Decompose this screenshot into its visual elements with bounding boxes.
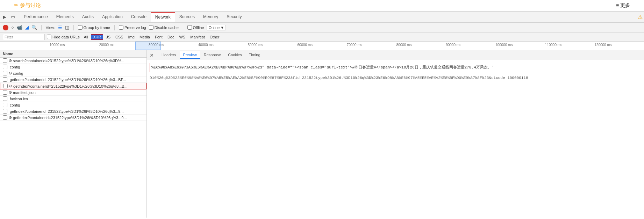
request-item[interactable]: config [0,102,146,108]
request-item[interactable]: ⊙search?containerid=231522type%3D1%26t%3… [0,58,146,64]
request-name: getIndex?containerid=231522type%3D1%26t%… [13,84,128,88]
main-content: Name ⊙search?containerid=231522type%3D1%… [0,50,644,218]
sep1 [41,25,42,30]
detail-tab-headers[interactable]: Headers [158,51,180,59]
devtools-icons: ▶ ▭ [1,14,16,20]
timeline-highlight [135,42,161,50]
request-checkbox[interactable] [3,77,7,82]
camera-icon[interactable]: 📹 [17,25,22,30]
request-item[interactable]: favicon.ico [0,96,146,102]
search-icon[interactable]: 🔍 [31,25,37,30]
detail-tab-timing[interactable]: Timing [245,51,264,59]
filter-type-js[interactable]: JS [104,34,113,40]
request-item[interactable]: config [0,64,146,70]
response-line-1: %E6%98%A8%E6%97%A5%E5%AE%A2%E8%BF%90%E9%… [150,63,641,72]
filter-type-img[interactable]: Img [126,34,137,40]
tab-network[interactable]: Network [151,12,175,22]
tab-application[interactable]: Application [98,12,127,22]
group-by-frame-input[interactable] [78,25,83,30]
request-checkbox[interactable] [3,115,7,120]
timeline-tick-5: 60000 ms [297,43,313,47]
disable-cache-checkbox[interactable]: Disable cache [149,25,179,30]
filter-type-all[interactable]: All [82,34,90,40]
inspect-icon[interactable]: ▶ [1,14,8,20]
tab-items-container: PerformanceElementsAuditsApplicationCons… [20,12,246,22]
tab-memory[interactable]: Memory [199,12,222,22]
request-checkbox[interactable] [3,109,7,114]
tab-audits[interactable]: Audits [78,12,98,22]
timeline-tick-4: 50000 ms [248,43,263,47]
request-item[interactable]: ⊙getIndex?containerid=231522type%3D1%26t… [0,83,146,89]
request-checkbox[interactable] [3,90,7,95]
view-list-icon[interactable]: ☰ [58,25,62,30]
network-toolbar: ○ 📹 ◢ 🔍 View: ☰ ◫ Group by frame Preserv… [0,23,644,32]
page-more[interactable]: ≡ 更多 [616,2,630,9]
sep3 [114,25,115,30]
timeline-tick-7: 80000 ms [396,43,412,47]
timeline-tick-3: 40000 ms [198,43,214,47]
tab-security[interactable]: Security [222,12,246,22]
filter-type-manifest[interactable]: Manifest [188,34,207,40]
request-type-icon: ⊙ [9,58,12,63]
filter-icon[interactable]: ◢ [25,25,29,30]
request-name: search?containerid=231522type%3D1%26t%3D… [13,59,124,63]
detail-tabs-container: HeadersPreviewResponseCookiesTiming [158,51,264,59]
request-checkbox[interactable] [3,65,7,69]
filter-type-media[interactable]: Media [137,34,152,40]
detail-tab-cookies[interactable]: Cookies [224,51,245,59]
filter-type-ws[interactable]: WS [177,34,187,40]
page-title: ✏ 参与讨论 [14,2,41,9]
request-item[interactable]: getIndex?containerid=231522type%3D1%26t%… [0,108,146,115]
group-by-frame-checkbox[interactable]: Group by frame [78,25,110,30]
preserve-log-checkbox[interactable]: Preserve log [119,25,146,30]
filter-bar: Hide data URLs AllXHRJSCSSImgMediaFontDo… [0,32,644,42]
detail-tab-preview[interactable]: Preview [180,51,200,59]
preserve-log-input[interactable] [119,25,123,30]
request-name: getIndex?containerid=231522type%3D1%26t%… [10,78,126,82]
filter-type-other[interactable]: Other [208,34,222,40]
hide-data-urls-input[interactable] [47,35,51,39]
filter-type-font[interactable]: Font [153,34,165,40]
request-checkbox[interactable] [3,71,7,75]
filter-type-doc[interactable]: Doc [165,34,177,40]
filter-type-xhr[interactable]: XHR [91,34,103,40]
request-name: config [13,71,23,75]
online-label: Online [208,25,220,30]
tab-elements[interactable]: Elements [52,12,78,22]
request-checkbox[interactable] [3,103,7,107]
detail-tab-response[interactable]: Response [200,51,225,59]
tab-performance[interactable]: Performance [20,12,52,22]
request-name: config [10,65,20,69]
view-frames-icon[interactable]: ◫ [65,25,69,30]
request-item[interactable]: ⊙config [0,70,146,76]
request-item[interactable]: getIndex?containerid=231522type%3D1%26t%… [0,76,146,83]
filter-type-css[interactable]: CSS [113,34,126,40]
offline-label: Offline [193,25,204,30]
timeline: 10000 ms20000 ms30000 ms40000 ms50000 ms… [0,42,644,50]
request-item[interactable]: ⊙manifest.json [0,89,146,96]
stop-icon[interactable]: ○ [11,25,14,30]
request-checkbox[interactable] [3,96,7,101]
request-checkbox[interactable] [3,58,7,63]
response-line-2: D10%26q%3D%23%E6%98%A8%E6%97%A5%E5%AE%A2… [150,74,641,82]
online-dropdown[interactable]: Online ▼ [207,25,226,30]
close-icon[interactable]: ✕ [148,52,155,58]
request-list-panel: Name ⊙search?containerid=231522type%3D1%… [0,50,147,218]
request-checkbox[interactable] [3,84,8,88]
tab-console[interactable]: Console [127,12,151,22]
disable-cache-input[interactable] [149,25,153,30]
offline-input[interactable] [187,25,192,30]
sep2 [73,25,74,30]
tab-sources[interactable]: Sources [175,12,199,22]
request-list-header: Name [0,50,146,58]
request-name: manifest.json [13,90,36,95]
device-icon[interactable]: ▭ [10,14,16,20]
hide-data-urls-checkbox[interactable]: Hide data URLs [47,35,80,39]
filter-input[interactable] [3,34,45,40]
record-button[interactable] [3,25,8,30]
request-item[interactable]: ⊙getIndex?containerid=231522type%3D1%26t… [0,115,146,121]
request-type-icon: ⊙ [9,90,12,95]
request-list[interactable]: ⊙search?containerid=231522type%3D1%26t%3… [0,58,146,218]
view-label: View: [46,25,55,30]
offline-checkbox[interactable]: Offline [187,25,204,30]
